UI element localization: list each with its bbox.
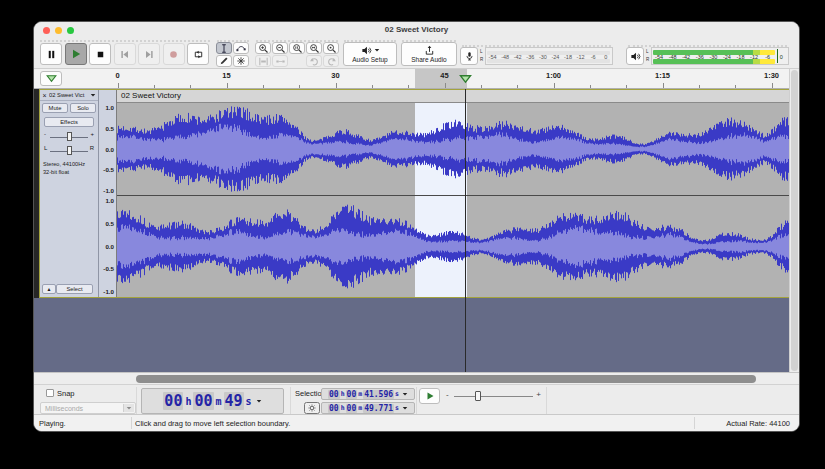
trim-button[interactable] xyxy=(255,55,271,67)
loop-icon xyxy=(193,49,204,60)
multi-tool-button[interactable] xyxy=(233,55,249,67)
record-meter-button[interactable] xyxy=(460,47,478,65)
time-digit-group[interactable]: 49 xyxy=(224,392,244,410)
playhead-marker-icon[interactable] xyxy=(459,74,472,84)
pause-icon xyxy=(46,49,57,60)
play-icon xyxy=(425,391,435,401)
skip-end-button[interactable] xyxy=(138,43,160,65)
window-title: 02 Sweet Victory xyxy=(34,25,799,34)
skip-start-button[interactable] xyxy=(114,43,136,65)
snap-checkbox[interactable] xyxy=(46,389,54,397)
zoom-sel-button[interactable] xyxy=(289,42,305,54)
time-unit-label: m xyxy=(358,404,362,412)
zoom-fit-button[interactable] xyxy=(306,42,322,54)
share-audio-button[interactable]: Share Audio xyxy=(401,42,457,66)
track-header: × 02 Sweet Vict xyxy=(40,90,98,101)
zoom-toggle-icon xyxy=(326,43,337,54)
waveform-area[interactable]: 02 Sweet Victory xyxy=(117,90,790,297)
gain-slider-thumb[interactable] xyxy=(67,132,72,141)
play-at-speed-button[interactable] xyxy=(419,388,440,404)
time-unit-label: h xyxy=(341,404,345,412)
timeline-options-button[interactable] xyxy=(40,71,62,86)
redo-button[interactable] xyxy=(323,55,339,67)
recording-meter[interactable]: LR -54-48-42-36-30-24-18-12-60 xyxy=(460,44,613,63)
pan-slider[interactable]: L R xyxy=(42,145,96,156)
close-track-button[interactable]: × xyxy=(40,92,49,99)
select-track-button[interactable]: Select xyxy=(56,284,93,294)
time-digit-group[interactable]: 00 xyxy=(193,392,213,410)
amplitude-label: -0.5 xyxy=(103,266,114,272)
gain-slider[interactable]: - + xyxy=(42,131,96,142)
zoom-in-icon xyxy=(258,43,269,54)
recording-meter-scale[interactable]: -54-48-42-36-30-24-18-12-60 xyxy=(485,47,613,65)
draw-tool-button[interactable] xyxy=(216,55,232,67)
time-format-caret[interactable] xyxy=(256,398,262,404)
snap-format-select[interactable]: Milliseconds xyxy=(40,402,136,414)
undo-button[interactable] xyxy=(306,55,322,67)
play-button[interactable] xyxy=(65,43,87,65)
audio-position-display[interactable]: 00h00m49s xyxy=(141,388,284,414)
speed-slider-groove xyxy=(454,396,533,397)
collapse-track-button[interactable]: ▲ xyxy=(42,284,56,294)
speaker-icon xyxy=(630,51,641,62)
meter-tick-labels: -54-48-42-36-30-24-18-12-60 xyxy=(652,48,788,64)
amplitude-label: 0.0 xyxy=(105,244,114,250)
time-digit-group[interactable]: 41.596 xyxy=(363,390,394,399)
ruler-tick xyxy=(190,85,191,88)
vertical-scrollbar[interactable] xyxy=(789,69,799,372)
share-icon xyxy=(424,45,435,56)
waveform-channel-right[interactable] xyxy=(117,196,790,297)
zoom-out-button[interactable] xyxy=(272,42,288,54)
ruler-tick xyxy=(408,85,409,88)
time-format-caret[interactable] xyxy=(402,391,408,397)
time-digit-group[interactable]: 00 xyxy=(163,392,183,410)
zoom-in-button[interactable] xyxy=(255,42,271,54)
selection-tool-button[interactable] xyxy=(216,42,232,54)
track-title[interactable]: 02 Sweet Vict xyxy=(49,92,90,98)
waveform-channel-left[interactable] xyxy=(117,103,790,195)
time-digit-group[interactable]: 00 xyxy=(328,390,340,399)
pan-slider-thumb[interactable] xyxy=(67,146,72,155)
amplitude-label: -1.0 xyxy=(103,289,114,295)
speed-slider-thumb[interactable] xyxy=(475,391,481,401)
time-format-caret[interactable] xyxy=(402,405,408,411)
envelope-tool-button[interactable] xyxy=(233,42,249,54)
silence-icon xyxy=(275,56,286,67)
edit-toolbar xyxy=(254,39,340,69)
loop-region-icon xyxy=(46,74,57,83)
ruler-time-label: 1:30 xyxy=(764,71,779,80)
timeline-ruler[interactable]: 01530451:001:151:30 xyxy=(117,69,791,88)
silence-button[interactable] xyxy=(272,55,288,67)
time-digit-group[interactable]: 49.771 xyxy=(363,404,394,413)
loop-button[interactable] xyxy=(187,43,209,65)
ruler-time-label: 0 xyxy=(115,71,119,80)
record-button[interactable] xyxy=(163,43,185,65)
selection-settings-button[interactable] xyxy=(304,402,320,414)
track-menu-caret-icon[interactable] xyxy=(90,92,96,98)
snap-format-caret[interactable] xyxy=(123,404,134,412)
playback-meter-scale[interactable]: -54-48-42-36-30-24-18-12-60 xyxy=(651,47,789,65)
horizontal-scrollbar[interactable] xyxy=(34,372,799,384)
selection-end-field[interactable]: 00h00m49.771s xyxy=(321,402,415,414)
time-digit-group[interactable]: 00 xyxy=(328,404,340,413)
mute-button[interactable]: Mute xyxy=(42,103,68,113)
stop-button[interactable] xyxy=(89,43,111,65)
clip-title-bar[interactable]: 02 Sweet Victory xyxy=(117,90,790,103)
playback-meter[interactable]: LR -54-48-42-36-30-24-18-12-60 xyxy=(626,44,789,63)
time-digit-group[interactable]: 00 xyxy=(346,390,358,399)
transport-toolbar xyxy=(38,39,212,69)
draw-tool-icon xyxy=(219,56,229,66)
horizontal-scrollbar-thumb[interactable] xyxy=(136,375,756,383)
zoom-toggle-button[interactable] xyxy=(323,42,339,54)
playback-meter-button[interactable] xyxy=(626,47,644,65)
pause-button[interactable] xyxy=(40,43,62,65)
playback-speed-slider[interactable]: - + xyxy=(446,388,541,404)
time-digit-group[interactable]: 00 xyxy=(346,404,358,413)
vertical-scrollbar-thumb[interactable] xyxy=(791,70,798,371)
audio-setup-button[interactable]: Audio Setup xyxy=(343,42,397,66)
amplitude-ruler[interactable]: 1.00.50.0-0.5-1.01.00.50.0-0.5-1.0 xyxy=(99,90,117,297)
effects-button[interactable]: Effects xyxy=(44,117,94,127)
solo-button[interactable]: Solo xyxy=(70,103,96,113)
selection-start-field[interactable]: 00h00m41.596s xyxy=(321,388,415,400)
ruler-tick xyxy=(554,83,555,88)
